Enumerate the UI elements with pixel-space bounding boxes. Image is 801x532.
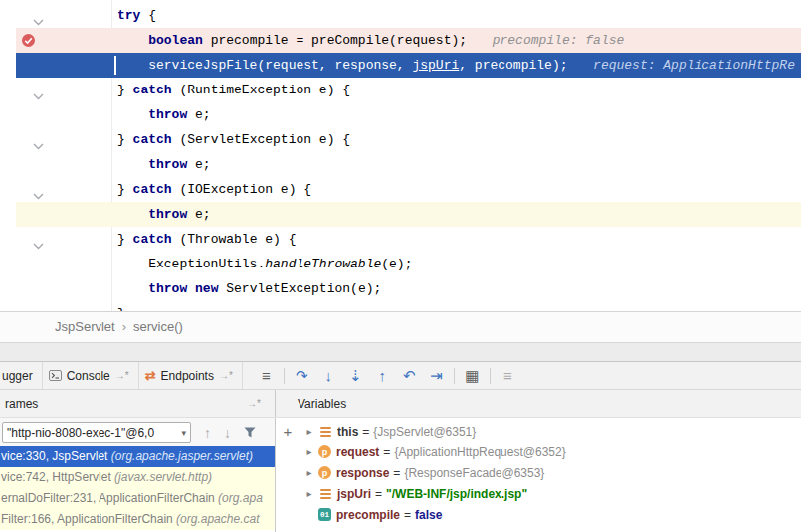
console-icon — [49, 370, 62, 381]
step-over-icon[interactable]: ↷ — [289, 362, 315, 389]
variable-value: {JspServlet@6351} — [373, 425, 476, 439]
code-text: } catch (ServletException e) { — [117, 127, 350, 152]
tab-extra-marker: →* — [219, 370, 233, 381]
frame-location: Filter:166, ApplicationFilterChain — [1, 512, 176, 526]
code-line[interactable]: throw e; — [0, 152, 801, 177]
code-text: } — [117, 301, 125, 311]
layout-grid-icon[interactable]: ▦ — [459, 362, 486, 389]
drop-frame-icon[interactable]: ↶ — [396, 362, 423, 389]
tab-extra-marker: →* — [115, 370, 129, 381]
code-token: e; — [187, 207, 210, 222]
code-text: boolean precompile = preCompile(request)… — [117, 28, 624, 53]
fold-icon[interactable] — [33, 186, 44, 193]
restore-layout-icon[interactable]: ≡ — [495, 362, 521, 389]
step-out-icon[interactable]: ↑ — [369, 362, 396, 389]
code-line[interactable]: } — [0, 301, 801, 311]
breakpoint-icon[interactable] — [21, 33, 36, 48]
variable-row[interactable]: ▸ jspUri = "/WEB-INF/jsp/index.jsp" — [300, 483, 801, 504]
code-line[interactable]: try { — [0, 3, 801, 28]
code-text: ExceptionUtils.handleThrowable(e); — [117, 252, 412, 276]
chevron-down-icon: ▾ — [181, 428, 186, 438]
code-token: catch — [133, 232, 172, 247]
thread-selector-value: "http-nio-8080-exec-1"@6,0 — [7, 426, 178, 440]
previous-frame-icon[interactable]: ↑ — [204, 425, 211, 441]
frames-panel: "http-nio-8080-exec-1"@6,0 ▾ ↑ ↓ vice:33… — [0, 418, 276, 532]
filter-frames-icon[interactable] — [244, 427, 256, 438]
equals-sign: = — [375, 487, 382, 501]
expand-chevron-icon[interactable]: ▸ — [300, 488, 318, 499]
code-line[interactable]: throw e; — [0, 202, 801, 227]
variable-value: {ResponseFacade@6353} — [404, 466, 544, 480]
code-token: (e); — [381, 257, 412, 271]
run-to-cursor-icon[interactable]: ⇥ — [423, 362, 450, 389]
code-token: throw — [148, 107, 187, 122]
code-token: } — [117, 182, 133, 197]
stack-frame-row[interactable]: vice:742, HttpServlet (javax.servlet.htt… — [0, 467, 275, 488]
code-line[interactable]: throw new ServletException(e); — [0, 276, 801, 301]
code-token: try — [117, 8, 140, 23]
frame-location: vice:330, JspServlet — [1, 449, 111, 463]
code-token: , precompile); — [459, 58, 575, 73]
code-line[interactable]: throw e; — [0, 102, 801, 127]
tab-endpoints[interactable]: ⇄ Endpoints →* — [139, 362, 243, 389]
expand-chevron-icon[interactable]: ▸ — [300, 446, 318, 457]
frame-package: (org.apache.cat — [176, 512, 259, 526]
code-token — [117, 207, 148, 222]
jspuri-value-link[interactable]: jspUri — [412, 58, 459, 73]
code-line[interactable]: serviceJspFile(request, response, jspUri… — [0, 53, 801, 78]
add-watch-button[interactable]: + — [284, 425, 293, 439]
code-line[interactable]: } catch (RuntimeException e) { — [0, 78, 801, 102]
expand-chevron-icon[interactable]: ▸ — [300, 467, 318, 478]
code-line[interactable]: } catch (Throwable e) { — [0, 227, 801, 252]
code-line[interactable]: boolean precompile = preCompile(request)… — [0, 28, 801, 53]
value-icon — [318, 487, 332, 501]
stack-frame-row[interactable]: Filter:166, ApplicationFilterChain (org.… — [0, 509, 275, 530]
variable-value: {ApplicationHttpRequest@6352} — [394, 445, 565, 459]
code-token: } — [117, 132, 133, 147]
value-icon — [318, 425, 332, 439]
breadcrumb-item-class[interactable]: JspServlet — [55, 319, 115, 334]
variable-row[interactable]: ▸ p response = {ResponseFacade@6353} — [300, 462, 801, 483]
debugger-content: "http-nio-8080-exec-1"@6,0 ▾ ↑ ↓ vice:33… — [0, 418, 801, 532]
next-frame-icon[interactable]: ↓ — [224, 425, 231, 441]
code-text: } catch (RuntimeException e) { — [117, 78, 350, 102]
code-token: { — [140, 8, 156, 23]
code-line[interactable]: } catch (ServletException e) { — [0, 127, 801, 152]
frame-location: vice:742, HttpServlet — [1, 470, 114, 484]
fold-icon[interactable] — [33, 87, 44, 93]
variable-row[interactable]: ▸ 01 precompile = false — [300, 504, 801, 525]
fold-icon[interactable] — [33, 236, 44, 243]
code-text: serviceJspFile(request, response, jspUri… — [117, 53, 795, 78]
toolbar-separator — [454, 368, 455, 384]
force-step-into-icon[interactable]: ⇣ — [342, 362, 369, 389]
tab-console[interactable]: Console →* — [43, 362, 139, 389]
code-line[interactable]: ExceptionUtils.handleThrowable(e); — [0, 252, 801, 276]
thread-selector[interactable]: "http-nio-8080-exec-1"@6,0 ▾ — [2, 422, 191, 443]
expand-chevron-icon[interactable]: ▸ — [300, 426, 318, 437]
code-editor[interactable]: try { boolean precompile = preCompile(re… — [0, 0, 801, 311]
stack-frame-row[interactable]: vice:330, JspServlet (org.apache.jasper.… — [0, 446, 275, 467]
tab-label: ugger — [2, 369, 33, 383]
breadcrumb-item-method[interactable]: service() — [133, 319, 183, 334]
variable-name: jspUri — [337, 487, 371, 501]
variable-row[interactable]: ▸ this = {JspServlet@6351} — [300, 421, 801, 442]
variables-toolbar: + — [276, 418, 300, 532]
equals-sign: = — [393, 466, 400, 480]
step-into-icon[interactable]: ↓ — [315, 362, 342, 389]
fold-icon[interactable] — [33, 136, 44, 143]
variable-row[interactable]: ▸ p request = {ApplicationHttpRequest@63… — [300, 442, 801, 462]
tab-label: Endpoints — [161, 369, 214, 383]
code-token — [117, 281, 148, 296]
fold-icon[interactable] — [33, 12, 44, 19]
inline-debugger-hint: request: ApplicationHttpRe — [585, 58, 795, 73]
editor-toolwindow-splitter[interactable] — [0, 342, 801, 361]
tab-debugger[interactable]: ugger — [0, 362, 43, 389]
view-options-icon[interactable]: ≡ — [253, 362, 280, 389]
variable-name: response — [336, 466, 389, 480]
code-text: throw e; — [117, 202, 211, 227]
stack-frame-row[interactable]: ernalDoFilter:231, ApplicationFilterChai… — [0, 488, 275, 509]
equals-sign: = — [404, 508, 411, 522]
code-token — [117, 33, 148, 48]
code-text: throw e; — [117, 102, 211, 127]
code-line[interactable]: } catch (IOException e) { — [0, 177, 801, 202]
